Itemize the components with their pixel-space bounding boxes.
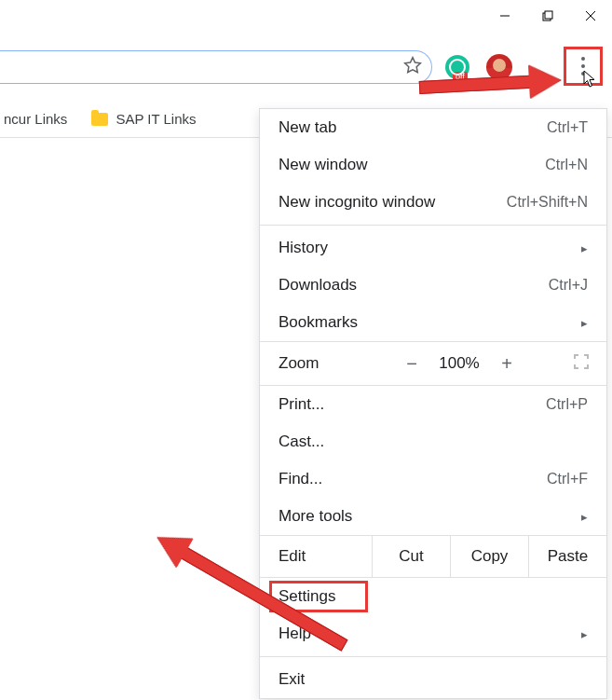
maximize-button[interactable] (526, 0, 569, 32)
menu-item-bookmarks[interactable]: Bookmarks (260, 304, 606, 341)
menu-item-help[interactable]: Help (260, 615, 606, 652)
bookmark-folder-label: ncur Links (4, 111, 67, 127)
menu-item-history[interactable]: History (260, 229, 606, 267)
bookmark-folder-label: SAP IT Links (116, 111, 196, 127)
menu-item-cast[interactable]: Cast... (260, 423, 606, 460)
extension-off-badge: off (453, 72, 468, 81)
menu-edit-row: Edit Cut Copy Paste (260, 535, 606, 578)
zoom-value: 100% (433, 354, 485, 373)
bookmark-star-icon[interactable] (403, 56, 422, 78)
edit-paste-button[interactable]: Paste (528, 536, 606, 577)
menu-item-incognito[interactable]: New incognito window Ctrl+Shift+N (260, 184, 606, 221)
omnibox[interactable] (0, 50, 432, 84)
zoom-in-button[interactable]: + (485, 353, 528, 375)
chrome-menu: New tab Ctrl+T New window Ctrl+N New inc… (259, 108, 607, 699)
menu-item-new-tab[interactable]: New tab Ctrl+T (260, 109, 606, 146)
folder-icon (91, 113, 108, 126)
menu-item-settings[interactable]: Settings (260, 578, 606, 615)
menu-item-new-window[interactable]: New window Ctrl+N (260, 146, 606, 184)
edit-label: Edit (260, 547, 372, 566)
menu-item-find[interactable]: Find... Ctrl+F (260, 460, 606, 498)
menu-item-exit[interactable]: Exit (260, 661, 606, 698)
edit-copy-button[interactable]: Copy (450, 536, 528, 577)
zoom-label: Zoom (260, 354, 390, 373)
menu-zoom-row: Zoom − 100% + (260, 341, 606, 386)
svg-marker-5 (405, 58, 421, 73)
minimize-button[interactable] (483, 0, 526, 32)
menu-item-print[interactable]: Print... Ctrl+P (260, 386, 606, 423)
bookmark-folder[interactable]: ncur Links (4, 111, 67, 127)
menu-item-more-tools[interactable]: More tools (260, 498, 606, 535)
zoom-out-button[interactable]: − (390, 353, 433, 375)
svg-rect-2 (545, 11, 552, 19)
menu-separator (260, 225, 606, 226)
edit-cut-button[interactable]: Cut (372, 536, 450, 577)
toolbar: off (0, 45, 612, 89)
close-button[interactable] (569, 0, 612, 32)
cursor-icon (583, 70, 598, 89)
menu-separator (260, 656, 606, 657)
bookmark-folder[interactable]: SAP IT Links (91, 111, 196, 127)
menu-item-downloads[interactable]: Downloads Ctrl+J (260, 267, 606, 304)
fullscreen-icon[interactable] (573, 353, 590, 375)
chrome-menu-button[interactable] (564, 47, 603, 86)
profile-avatar[interactable] (486, 54, 512, 80)
extension-grammarly-icon[interactable]: off (445, 55, 469, 79)
